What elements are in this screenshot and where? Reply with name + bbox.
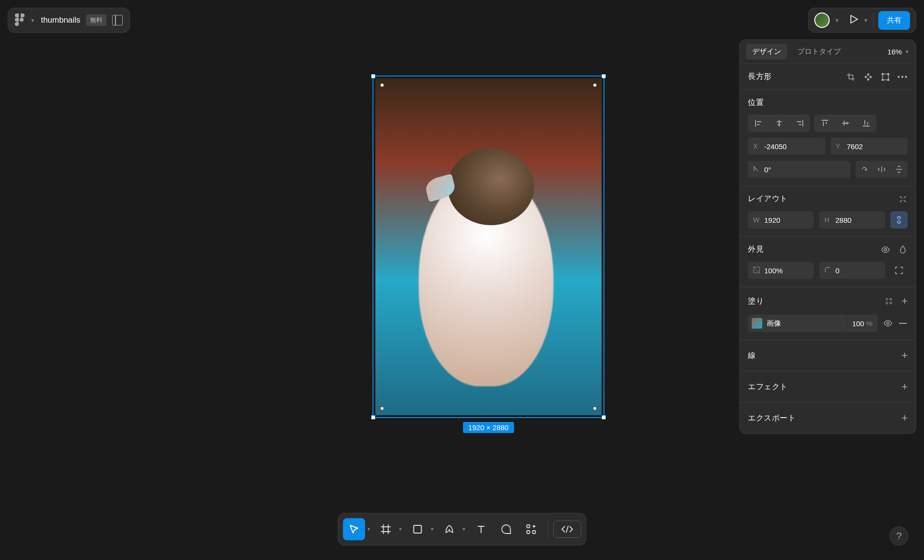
add-effect-icon[interactable]: +: [901, 381, 908, 393]
move-tool-icon[interactable]: [343, 518, 365, 540]
dev-mode-button[interactable]: [553, 521, 581, 538]
corner-radius-br[interactable]: [593, 407, 597, 410]
more-icon[interactable]: •••: [898, 72, 908, 82]
align-vertical-group: [814, 115, 876, 132]
position-section: 位置 X Y: [740, 89, 916, 186]
appearance-section: 外見: [740, 236, 916, 287]
svg-rect-16: [532, 531, 535, 534]
opacity-field[interactable]: [748, 262, 814, 279]
export-section: エクスポート +: [740, 402, 916, 433]
svg-rect-15: [526, 531, 529, 534]
help-button[interactable]: ?: [889, 526, 909, 546]
height-input[interactable]: [835, 216, 880, 224]
svg-rect-12: [414, 525, 422, 533]
zoom-control[interactable]: 16% ▼: [887, 48, 910, 56]
autolayout-collapse-icon[interactable]: [898, 194, 908, 204]
fill-opacity-value[interactable]: 100: [852, 319, 864, 328]
frame-selection-icon[interactable]: [881, 72, 890, 82]
present-icon[interactable]: [849, 14, 859, 26]
width-input[interactable]: [764, 216, 808, 224]
y-position-field[interactable]: Y: [831, 138, 908, 155]
constrain-proportions-icon[interactable]: [890, 211, 908, 229]
flip-vertical-icon[interactable]: [890, 161, 908, 178]
fill-swatch-icon[interactable]: [752, 318, 762, 329]
corner-radius-field[interactable]: [819, 262, 885, 279]
add-export-icon[interactable]: +: [901, 412, 908, 424]
tab-design[interactable]: デザイン: [746, 44, 787, 60]
styles-icon[interactable]: [884, 296, 894, 306]
corner-radius-bl[interactable]: [380, 407, 384, 410]
chevron-down-icon[interactable]: ▼: [834, 18, 839, 23]
bottom-toolbar: ▼ ▼ ▼ ▼: [338, 513, 587, 546]
crop-icon[interactable]: [846, 72, 856, 82]
svg-point-8: [890, 298, 892, 300]
corner-input[interactable]: [835, 267, 880, 275]
visibility-icon[interactable]: [881, 245, 890, 255]
selected-rectangle[interactable]: 1920 × 2880: [372, 76, 604, 418]
rotation-input[interactable]: [764, 165, 845, 174]
effect-title: エフェクト: [748, 382, 788, 392]
comment-tool-icon[interactable]: [495, 518, 517, 540]
align-top-icon[interactable]: [814, 115, 835, 132]
user-avatar[interactable]: [814, 13, 830, 28]
resize-handle-tr[interactable]: [602, 74, 606, 78]
stroke-title: 線: [748, 351, 756, 361]
resize-handle-br[interactable]: [602, 415, 606, 420]
blend-mode-icon[interactable]: [898, 245, 908, 255]
height-field[interactable]: H: [819, 211, 885, 229]
x-position-field[interactable]: X: [748, 138, 825, 155]
canvas[interactable]: 1920 × 2880: [0, 0, 747, 560]
panel-tabs: デザイン プロトタイプ 16% ▼: [740, 40, 916, 64]
corner-radius-tr[interactable]: [593, 83, 597, 87]
add-fill-icon[interactable]: +: [901, 295, 908, 307]
rotate-90-icon[interactable]: [856, 161, 873, 178]
share-button[interactable]: 共有: [878, 11, 910, 30]
layout-section: レイアウト W H: [740, 186, 916, 236]
position-title: 位置: [748, 98, 908, 108]
remove-fill-icon[interactable]: [898, 318, 908, 328]
chevron-down-icon[interactable]: ▼: [398, 527, 403, 532]
h-label: H: [824, 216, 831, 224]
w-label: W: [753, 216, 760, 224]
svg-rect-1: [882, 73, 884, 75]
resize-handle-tl[interactable]: [371, 74, 375, 78]
y-input[interactable]: [847, 142, 903, 151]
chevron-down-icon[interactable]: ▼: [863, 18, 868, 23]
top-right-toolbar: ▼ ▼ 共有: [808, 8, 916, 33]
appearance-title: 外見: [748, 244, 764, 255]
opacity-input[interactable]: [764, 267, 808, 275]
layout-title: レイアウト: [748, 194, 788, 204]
align-left-icon[interactable]: [748, 115, 769, 132]
align-bottom-icon[interactable]: [856, 115, 876, 132]
fill-entry[interactable]: 画像 100 %: [748, 315, 878, 332]
x-input[interactable]: [764, 142, 820, 151]
width-field[interactable]: W: [748, 211, 814, 229]
flip-horizontal-icon[interactable]: [873, 161, 890, 178]
add-stroke-icon[interactable]: +: [901, 349, 908, 362]
text-tool-icon[interactable]: [470, 518, 492, 540]
rectangle-tool-icon[interactable]: [407, 518, 429, 540]
align-hcenter-icon[interactable]: [769, 115, 789, 132]
actions-tool-icon[interactable]: [520, 518, 542, 540]
svg-point-10: [890, 302, 892, 304]
align-right-icon[interactable]: [789, 115, 810, 132]
fill-section: 塗り + 画像 100 %: [740, 287, 916, 340]
corner-radius-tl[interactable]: [380, 83, 384, 87]
fill-title: 塗り: [748, 296, 764, 306]
individual-corners-icon[interactable]: [890, 262, 908, 279]
chevron-down-icon[interactable]: ▼: [367, 527, 371, 532]
chevron-down-icon: ▼: [905, 49, 910, 54]
layer-type-title: 長方形: [748, 72, 772, 82]
svg-rect-2: [887, 73, 889, 75]
component-icon[interactable]: [863, 72, 873, 82]
frame-tool-icon[interactable]: [375, 518, 397, 540]
align-vcenter-icon[interactable]: [835, 115, 856, 132]
tab-prototype[interactable]: プロトタイプ: [791, 44, 847, 60]
chevron-down-icon[interactable]: ▼: [430, 527, 435, 532]
pen-tool-icon[interactable]: [438, 518, 460, 540]
fill-visibility-icon[interactable]: [883, 318, 893, 328]
resize-handle-bl[interactable]: [371, 415, 375, 420]
chevron-down-icon[interactable]: ▼: [462, 527, 466, 532]
corner-radius-icon: [824, 267, 831, 275]
rotation-field[interactable]: [748, 161, 850, 178]
